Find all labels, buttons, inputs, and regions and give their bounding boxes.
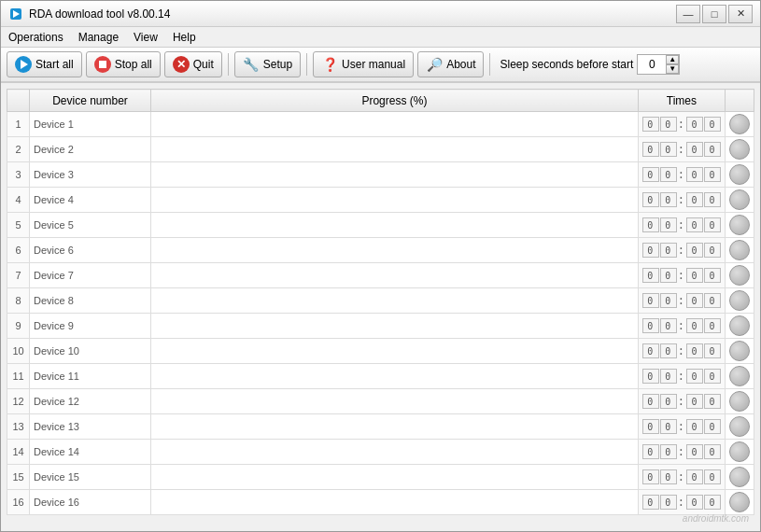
col-device-header: Device number: [30, 90, 151, 112]
progress-cell: [151, 364, 639, 389]
times-cell: 00 : 00: [638, 414, 725, 440]
status-cell: [726, 238, 754, 263]
row-number: 8: [7, 288, 30, 314]
about-button[interactable]: 🔎 About: [417, 51, 484, 77]
status-cell: [726, 112, 754, 137]
device-name-cell: Device 1: [30, 112, 151, 137]
status-cell: [726, 465, 754, 490]
table-row: 7 Device 7 00 : 00: [7, 263, 754, 288]
row-number: 9: [7, 314, 30, 339]
stop-icon: [94, 56, 111, 73]
times-display: 00 : 00: [642, 469, 721, 484]
separator-1: [228, 53, 229, 76]
table-row: 14 Device 14 00 : 00: [7, 440, 754, 465]
table-row: 12 Device 12 00 : 00: [7, 389, 754, 414]
start-all-label: Start all: [35, 58, 74, 71]
row-number: 3: [7, 162, 30, 188]
manual-label: User manual: [342, 58, 405, 71]
row-number: 2: [7, 137, 30, 162]
progress-cell: [151, 238, 639, 263]
status-indicator: [729, 441, 750, 462]
times-display: 00 : 00: [642, 318, 721, 333]
table-row: 13 Device 13 00 : 00: [7, 414, 754, 440]
times-display: 00 : 00: [642, 419, 721, 434]
row-number: 16: [7, 490, 30, 515]
progress-cell: [151, 314, 639, 339]
status-indicator: [729, 391, 750, 412]
title-buttons: — □ ✕: [676, 5, 753, 23]
separator-2: [306, 53, 307, 76]
sleep-up-button[interactable]: ▲: [666, 55, 679, 64]
device-name-cell: Device 16: [30, 490, 151, 515]
sleep-down-button[interactable]: ▼: [666, 64, 679, 74]
menu-help[interactable]: Help: [165, 27, 204, 47]
status-indicator: [729, 467, 750, 487]
sleep-input[interactable]: [638, 55, 666, 74]
main-window: RDA download tool v8.00.14 — □ ✕ Operati…: [0, 0, 761, 532]
times-cell: 00 : 00: [638, 364, 725, 389]
title-bar: RDA download tool v8.00.14 — □ ✕: [1, 1, 760, 27]
status-cell: [726, 490, 754, 515]
device-name-cell: Device 15: [30, 465, 151, 490]
table-row: 8 Device 8 00 : 00: [7, 288, 754, 314]
progress-cell: [151, 162, 639, 188]
window-title: RDA download tool v8.00.14: [29, 7, 170, 21]
times-display: 00 : 00: [642, 394, 721, 409]
times-display: 00 : 00: [642, 293, 721, 308]
menu-bar: Operations Manage View Help: [1, 27, 760, 48]
times-display: 00 : 00: [642, 369, 721, 384]
status-cell: [726, 188, 754, 213]
device-name-cell: Device 4: [30, 188, 151, 213]
minimize-button[interactable]: —: [676, 5, 700, 23]
device-name-cell: Device 6: [30, 238, 151, 263]
col-num-header: [7, 90, 30, 112]
menu-manage[interactable]: Manage: [71, 27, 126, 47]
row-number: 5: [7, 213, 30, 238]
progress-cell: [151, 465, 639, 490]
progress-cell: [151, 414, 639, 440]
quit-label: Quit: [193, 58, 214, 71]
menu-view[interactable]: View: [126, 27, 165, 47]
stop-all-label: Stop all: [115, 58, 152, 71]
progress-cell: [151, 188, 639, 213]
row-number: 14: [7, 440, 30, 465]
times-display: 00 : 00: [642, 343, 721, 358]
sleep-spinners: ▲ ▼: [666, 55, 679, 74]
setup-button[interactable]: 🔧 Setup: [234, 51, 301, 77]
times-display: 00 : 00: [642, 217, 721, 232]
row-number: 1: [7, 112, 30, 137]
device-name-cell: Device 11: [30, 364, 151, 389]
device-name-cell: Device 8: [30, 288, 151, 314]
status-cell: [726, 414, 754, 440]
status-cell: [726, 339, 754, 364]
menu-operations[interactable]: Operations: [1, 27, 71, 47]
row-number: 11: [7, 364, 30, 389]
start-all-button[interactable]: Start all: [7, 51, 82, 77]
table-row: 4 Device 4 00 : 00: [7, 188, 754, 213]
times-display: 00 : 00: [642, 142, 721, 157]
manual-button[interactable]: ❓ User manual: [313, 51, 414, 77]
times-display: 00 : 00: [642, 268, 721, 283]
progress-cell: [151, 137, 639, 162]
times-cell: 00 : 00: [638, 440, 725, 465]
status-indicator: [729, 290, 750, 311]
device-name-cell: Device 9: [30, 314, 151, 339]
maximize-button[interactable]: □: [702, 5, 726, 23]
app-icon: [8, 7, 23, 21]
times-cell: 00 : 00: [638, 188, 725, 213]
progress-cell: [151, 440, 639, 465]
col-progress-header: Progress (%): [151, 90, 639, 112]
status-cell: [726, 364, 754, 389]
table-row: 10 Device 10 00 : 00: [7, 339, 754, 364]
device-name-cell: Device 14: [30, 440, 151, 465]
stop-all-button[interactable]: Stop all: [86, 51, 161, 77]
quit-button[interactable]: ✕ Quit: [164, 51, 222, 77]
close-button[interactable]: ✕: [728, 5, 753, 23]
status-indicator: [729, 139, 750, 160]
wrench-icon: 🔧: [243, 56, 260, 73]
device-name-cell: Device 12: [30, 389, 151, 414]
times-cell: 00 : 00: [638, 389, 725, 414]
row-number: 10: [7, 339, 30, 364]
times-cell: 00 : 00: [638, 263, 725, 288]
times-cell: 00 : 00: [638, 112, 725, 137]
